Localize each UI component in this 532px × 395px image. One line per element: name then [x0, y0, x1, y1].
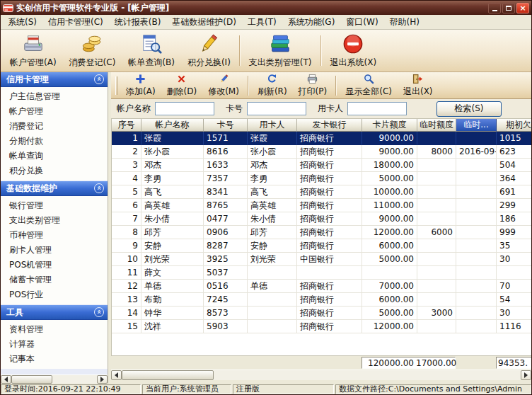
collapse-chevron-icon[interactable]: « [94, 74, 104, 84]
toolbar-button-label: 退出系统(X) [330, 57, 377, 69]
search-input-1[interactable] [247, 102, 306, 115]
toolbar-account-manage-button[interactable]: 帐户管理(A) [4, 31, 63, 70]
table-row[interactable]: 15沈祥5903招商银行12000.001116 [112, 320, 531, 333]
table-row[interactable]: 3邓杰1633邓杰招商银行18000.00504 [112, 159, 531, 172]
sidebar-item[interactable]: 积分兑换 [1, 164, 108, 178]
table-row[interactable]: 4李勇7357李勇招商银行5000.00364 [112, 172, 531, 185]
table-cell: 招商银行 [297, 159, 362, 172]
sidebar-item[interactable]: 储蓄卡管理 [1, 273, 108, 287]
sidebar-item[interactable]: 记事本 [1, 352, 108, 367]
action-show-all-button[interactable]: 显示全部(C) [340, 72, 398, 99]
action-quit-button[interactable]: 退出(X) [398, 72, 439, 99]
column-header-6[interactable]: 临时额度 [417, 119, 456, 132]
sidebar-item[interactable]: 资料管理 [1, 322, 108, 337]
column-header-7[interactable]: 临时... [456, 119, 497, 132]
column-header-1[interactable]: 帐户名称 [141, 119, 204, 132]
menu-item-7[interactable]: 帮助(H) [384, 14, 425, 30]
search-input-0[interactable] [155, 102, 214, 115]
table-row[interactable]: 6高英雄8765高英雄招商银行11000.00299 [112, 199, 531, 212]
sidebar-group-header[interactable]: 工具« [1, 305, 108, 320]
table-row[interactable]: 10刘光荣3925刘光荣中国银行5000.0030 [112, 253, 531, 266]
maximize-button[interactable] [502, 3, 515, 13]
sidebar-item[interactable]: POS机管理 [1, 258, 108, 273]
search-button[interactable]: 检索(S) [436, 101, 502, 117]
close-button[interactable]: × [516, 3, 529, 13]
sidebar-item[interactable]: 银行管理 [1, 198, 108, 213]
table-row[interactable]: 2张小霞8616张小霞招商银行9000.0080002016-09-2623 [112, 145, 531, 159]
sidebar-item[interactable]: 刷卡人管理 [1, 243, 108, 258]
table-cell: 高英雄 [248, 199, 297, 212]
column-header-8[interactable]: 期初欠款 [497, 119, 531, 132]
table-header: 序号帐户名称卡号用卡人发卡银行卡片额度临时额度临时...期初欠款 [112, 119, 531, 132]
sidebar-horizontal-scrollbar[interactable] [1, 374, 108, 384]
scroll-thumb[interactable] [122, 370, 214, 380]
toolbar-exit-system-button[interactable]: 退出系统(X) [324, 31, 383, 70]
table-row[interactable]: 7朱小倩0477朱小倩招商银行9000.00186 [112, 212, 531, 226]
scroll-track[interactable] [214, 370, 521, 380]
table-row[interactable]: 13布勤7245招商银行6000.0054 [112, 293, 531, 307]
sidebar-item[interactable]: 支出类别管理 [1, 213, 108, 228]
column-header-4[interactable]: 发卡银行 [297, 119, 362, 132]
menu-item-1[interactable]: 信用卡管理(C) [42, 14, 109, 30]
action-refresh-button[interactable]: 刷新(R) [252, 72, 293, 99]
table-cell: 364 [497, 172, 531, 185]
scroll-right-arrow[interactable] [521, 370, 531, 380]
column-header-3[interactable]: 用卡人 [248, 119, 297, 132]
scroll-right-arrow[interactable] [97, 375, 108, 384]
table-row[interactable]: 12单德0516单德招商银行7000.0070 [112, 280, 531, 293]
table-row[interactable]: 9安静8287安静招商银行6000.0035 [112, 239, 531, 253]
sidebar-item[interactable]: 币种管理 [1, 228, 108, 243]
menu-item-5[interactable]: 系统功能(G) [282, 14, 341, 30]
sidebar-group-header[interactable]: 信用卡管理« [1, 72, 108, 87]
collapse-chevron-icon[interactable]: « [94, 307, 104, 317]
table-cell [417, 212, 456, 226]
scroll-thumb[interactable] [11, 375, 52, 384]
action-print-button[interactable]: 打印(P) [293, 72, 333, 99]
action-modify-button[interactable]: 修改(M) [202, 72, 245, 99]
minimize-button[interactable] [488, 3, 501, 13]
table-cell: 8573 [204, 307, 248, 320]
sidebar-item[interactable]: 分期付款 [1, 134, 108, 149]
searchbar: 帐户名称卡号用卡人检索(S) [111, 99, 531, 119]
column-header-2[interactable]: 卡号 [204, 119, 248, 132]
table-cell: 5 [112, 185, 141, 199]
menu-item-3[interactable]: 基础数据维护(D) [166, 14, 242, 30]
refresh-icon [267, 74, 277, 85]
table-cell: 钟华 [141, 307, 204, 320]
scroll-track[interactable] [52, 375, 97, 384]
menu-item-4[interactable]: 工具(T) [242, 14, 282, 30]
action-add-button[interactable]: 添加(A) [120, 72, 161, 99]
toolbar-points-exchange-button[interactable]: 积分兑换(I) [181, 31, 237, 70]
toolbar-consume-register-button[interactable]: 消费登记(C) [63, 31, 122, 70]
table-row[interactable]: 1张霞1571张霞招商银行9000.001015 [112, 132, 531, 145]
sidebar-item[interactable]: POS行业 [1, 287, 108, 302]
toolbar-expense-category-button[interactable]: 支出类别管理(T) [243, 31, 318, 70]
column-header-5[interactable]: 卡片额度 [362, 119, 417, 132]
menu-item-6[interactable]: 窗口(W) [340, 14, 383, 30]
triangle-left-icon [115, 372, 118, 378]
column-header-0[interactable]: 序号 [112, 119, 141, 132]
collapse-chevron-icon[interactable]: « [94, 183, 104, 193]
menu-item-0[interactable]: 系统(S) [2, 14, 42, 30]
sidebar-group-header[interactable]: 基础数据维护« [1, 181, 108, 196]
menu-item-2[interactable]: 统计报表(B) [109, 14, 167, 30]
sidebar-item[interactable]: 帐单查询 [1, 149, 108, 164]
table-cell: 623 [497, 145, 531, 159]
sidebar-item[interactable]: 户主信息管理 [1, 89, 108, 104]
table-cell: 12 [112, 280, 141, 293]
sidebar-item[interactable]: 帐户管理 [1, 104, 108, 119]
sidebar-group-items: 银行管理支出类别管理币种管理刷卡人管理POS机管理储蓄卡管理POS行业 [1, 196, 108, 304]
sidebar-item[interactable]: 计算器 [1, 337, 108, 352]
table-cell [417, 320, 456, 333]
toolbar-bill-query-button[interactable]: 帐单查询(B) [122, 31, 181, 70]
table-row[interactable]: 5高飞8341高飞招商银行10000.00691 [112, 185, 531, 199]
action-delete-button[interactable]: 删除(D) [161, 72, 203, 99]
table-row[interactable]: 14钟华8573招商银行5000.00300030 [112, 307, 531, 320]
scroll-left-arrow[interactable] [1, 375, 11, 384]
scroll-left-arrow[interactable] [111, 370, 122, 380]
table-row[interactable]: 8邱芳0906邱芳招商银行12000.006000999 [112, 226, 531, 239]
sidebar-item[interactable]: 消费登记 [1, 119, 108, 134]
search-input-2[interactable] [347, 102, 407, 115]
table-horizontal-scrollbar[interactable] [111, 370, 531, 380]
table-row[interactable]: 11薛文5037 [112, 266, 531, 280]
